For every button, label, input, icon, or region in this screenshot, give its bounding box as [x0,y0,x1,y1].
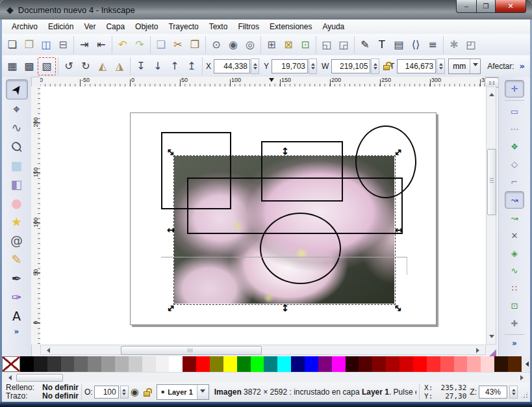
width-input[interactable]: 219,105 [331,59,370,73]
palette-swatch[interactable] [156,356,170,372]
deselect-button[interactable]: ▧ [38,57,56,75]
scroll-right-arrow-icon[interactable] [476,348,482,353]
snap-bbox-edges-button[interactable]: ⋯ [505,121,524,137]
pencil-tool[interactable]: ✎ [6,250,27,269]
resize-grip[interactable] [520,391,529,399]
menu-objeto[interactable]: Objeto [131,20,162,33]
preferences-button[interactable]: ✱ [446,36,462,53]
zoom-selection-button[interactable]: ⊙ [208,36,225,53]
duplicate-button[interactable]: ⊞ [263,36,280,53]
snap-smooth-nodes-button[interactable]: ∿ [505,263,524,279]
palette-swatch[interactable] [346,356,359,372]
align-dialog-button[interactable]: ≡ [424,36,441,53]
cut-button[interactable]: ✂ [170,36,186,53]
palette-swatch[interactable] [264,356,277,372]
palette-scroll-arrow-icon[interactable] [522,356,530,372]
menu-capa[interactable]: Capa [101,20,129,33]
palette-scrollbar[interactable] [2,372,530,382]
layer-lock-icon[interactable] [144,388,151,397]
snap-paths-button[interactable]: ↝ [505,210,524,226]
horizontal-scrollbar[interactable] [40,345,486,355]
selection-handle-bottom-center[interactable]: ↕ [280,303,290,313]
snap-enable-button[interactable]: ✛ [505,80,524,98]
new-document-button[interactable]: ❏ [4,36,21,53]
star-tool[interactable]: ★ [6,213,27,231]
raise-to-top-button[interactable]: ↥ [183,58,200,75]
rotate-cw-button[interactable]: ↻ [77,58,94,75]
menu-texto[interactable]: Texto [205,20,233,33]
selector-tool[interactable]: ➤ [6,79,28,99]
document-properties-button[interactable]: ◰ [462,36,479,53]
scroll-left-arrow-icon[interactable] [44,348,50,353]
select-all-button[interactable]: ▦ [4,58,21,75]
export-button[interactable]: ⇤ [93,36,110,53]
horizontal-ruler[interactable]: -100-50050100150200250300350 [40,77,485,87]
palette-swatch[interactable] [101,356,115,372]
unlink-clone-button[interactable]: ⊡ [297,36,314,53]
palette-swatch[interactable] [223,356,237,372]
zoom-drawing-button[interactable]: ◉ [225,36,242,53]
palette-swatch[interactable] [210,356,223,372]
toolbar-overflow-chevron[interactable]: » [520,61,525,71]
node-tool[interactable]: ⌖ [6,99,27,118]
snapbar-overflow-chevron[interactable]: » [512,339,517,348]
palette-swatch[interactable] [88,356,101,372]
flip-horizontal-button[interactable]: ◭ [94,58,111,75]
fill-stroke-button[interactable]: ✎ [357,36,374,53]
palette-swatch[interactable] [251,356,264,372]
snap-bbox-corners-button[interactable]: ❖ [505,138,524,155]
x-input[interactable]: 44,338 [214,59,250,73]
text-dialog-button[interactable]: T [374,36,390,53]
palette-swatch[interactable] [413,356,427,372]
menu-ayuda[interactable]: Ayuda [318,20,349,33]
snap-rotation-centers-button[interactable]: ✚ [505,315,524,332]
palette-swatch[interactable] [440,356,454,372]
flip-vertical-button[interactable]: ◮ [111,58,128,75]
menu-extensiones[interactable]: Extensiones [265,20,316,33]
zoom-spinner[interactable] [509,386,518,399]
palette-swatch[interactable] [34,356,47,372]
menu-ver[interactable]: Ver [79,20,100,33]
lower-button[interactable]: ↓ [149,58,166,75]
vertical-scrollbar[interactable] [486,86,496,345]
palette-scrollbar-thumb[interactable] [16,374,63,382]
snap-object-centers-button[interactable]: ⊡ [505,298,524,314]
palette-swatch[interactable] [291,356,305,372]
pen-tool[interactable]: ✒ [6,269,27,288]
box3d-tool[interactable]: ◧ [6,175,27,194]
save-button[interactable]: ◫ [38,36,55,53]
palette-swatch[interactable] [61,356,75,372]
title-bar[interactable]: ◆ Documento nuevo 4 - Inkscape – ❐ ✕ [0,0,532,20]
maximize-button[interactable]: ❐ [477,0,495,13]
ungroup-button[interactable]: ◲ [335,36,352,53]
palette-swatch[interactable] [196,356,210,372]
vertical-ruler[interactable]: 200150100500 [31,86,41,345]
palette-swatch[interactable] [359,356,372,372]
palette-swatch[interactable] [183,356,196,372]
palette-swatch[interactable] [237,356,251,372]
lower-to-bottom-button[interactable]: ↧ [133,58,149,75]
palette-swatch[interactable] [481,356,494,372]
snap-bounding-box-button[interactable]: ▭ [505,103,524,120]
copy-button[interactable]: ❑ [153,36,170,53]
undo-button[interactable]: ↶ [114,36,131,53]
clone-button[interactable]: ⊠ [280,36,297,53]
opacity-input[interactable]: 100 [94,386,119,399]
spiral-tool[interactable]: @ [6,231,27,250]
units-dropdown[interactable]: mm [448,59,481,74]
palette-scroll-right-icon[interactable] [520,375,526,380]
snap-cusp-nodes-button[interactable]: ◈ [505,245,524,261]
palette-scroll-left-icon[interactable] [6,375,12,380]
minimize-button[interactable]: – [456,0,477,13]
layers-dialog-button[interactable]: ▤ [390,36,407,53]
thin-gray-path[interactable] [161,257,407,275]
snap-path-intersections-button[interactable]: ✕ [505,228,524,244]
text-tool[interactable]: A [6,307,27,326]
y-spinner[interactable] [309,59,317,74]
calligraphy-tool[interactable]: ✑ [6,288,27,307]
palette-swatch[interactable] [427,356,440,372]
opacity-spinner[interactable] [120,386,129,399]
palette-swatch[interactable] [399,356,413,372]
palette-swatch-none[interactable] [2,356,20,372]
xml-editor-button[interactable]: ⟨⟩ [407,36,424,53]
